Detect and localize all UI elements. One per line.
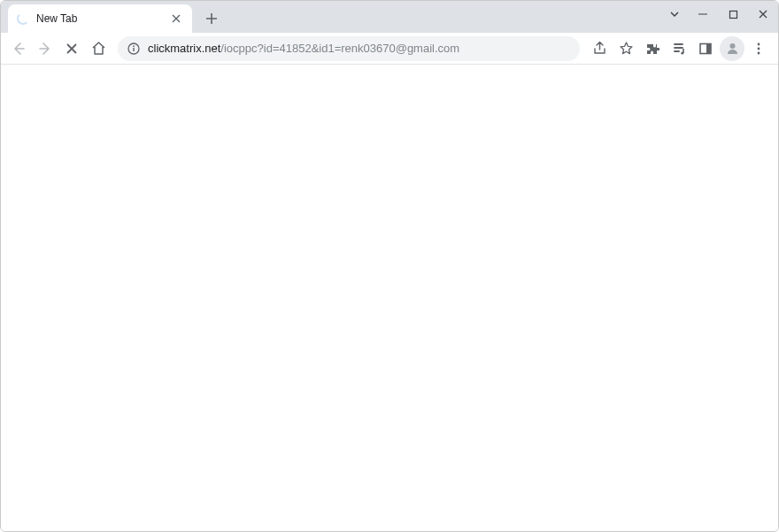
arrow-right-icon bbox=[37, 41, 53, 57]
chevron-down-icon bbox=[669, 9, 680, 19]
music-note-icon bbox=[672, 41, 687, 56]
maximize-button[interactable] bbox=[718, 1, 748, 27]
new-tab-button[interactable] bbox=[199, 6, 224, 31]
plus-icon bbox=[205, 12, 218, 25]
url-text: clickmatrix.net/iocppc?id=41852&id1=renk… bbox=[148, 42, 459, 55]
person-icon bbox=[725, 41, 740, 56]
svg-rect-6 bbox=[706, 43, 711, 53]
maximize-icon bbox=[729, 10, 738, 19]
url-host: clickmatrix.net bbox=[148, 42, 220, 55]
share-button[interactable] bbox=[587, 36, 612, 61]
kebab-icon bbox=[752, 42, 766, 56]
svg-point-8 bbox=[758, 42, 760, 45]
svg-point-7 bbox=[729, 43, 735, 49]
toolbar: clickmatrix.net/iocppc?id=41852&id1=renk… bbox=[1, 33, 778, 65]
tab-title: New Tab bbox=[36, 12, 162, 25]
url-path: /iocppc?id=41852&id1=renk03670@gmail.com bbox=[220, 42, 459, 55]
address-bar[interactable]: clickmatrix.net/iocppc?id=41852&id1=renk… bbox=[118, 36, 580, 61]
menu-button[interactable] bbox=[746, 36, 771, 61]
minimize-button[interactable] bbox=[688, 1, 718, 27]
info-icon bbox=[127, 42, 140, 55]
window-close-button[interactable] bbox=[748, 1, 778, 27]
bookmark-button[interactable] bbox=[613, 36, 638, 61]
home-icon bbox=[91, 41, 106, 56]
panel-icon bbox=[698, 42, 713, 56]
stop-button[interactable] bbox=[59, 36, 84, 61]
forward-button[interactable] bbox=[33, 36, 58, 61]
svg-rect-0 bbox=[729, 11, 737, 18]
close-icon bbox=[172, 14, 181, 23]
back-button[interactable] bbox=[6, 36, 31, 61]
home-button[interactable] bbox=[86, 36, 111, 61]
close-icon bbox=[66, 42, 78, 55]
toolbar-actions bbox=[587, 36, 773, 61]
puzzle-icon bbox=[645, 42, 659, 56]
minimize-icon bbox=[698, 9, 708, 19]
svg-point-2 bbox=[133, 45, 135, 47]
tab-close-button[interactable] bbox=[169, 12, 183, 26]
svg-point-4 bbox=[681, 51, 683, 54]
browser-tab[interactable]: New Tab bbox=[8, 4, 192, 33]
loading-spinner-icon bbox=[17, 12, 29, 25]
side-panel-button[interactable] bbox=[693, 36, 718, 61]
page-content bbox=[1, 65, 778, 531]
arrow-left-icon bbox=[11, 41, 27, 57]
site-info-button[interactable] bbox=[127, 42, 141, 56]
svg-point-10 bbox=[758, 51, 760, 54]
extensions-button[interactable] bbox=[640, 36, 665, 61]
svg-point-9 bbox=[758, 47, 760, 50]
close-icon bbox=[758, 9, 768, 19]
tab-search-button[interactable] bbox=[661, 1, 688, 27]
window-controls bbox=[661, 1, 778, 27]
share-icon bbox=[592, 41, 607, 56]
profile-button[interactable] bbox=[720, 36, 744, 61]
svg-rect-3 bbox=[133, 48, 134, 51]
star-icon bbox=[619, 41, 634, 56]
tab-strip: New Tab bbox=[1, 1, 778, 33]
media-controls-button[interactable] bbox=[667, 36, 691, 61]
